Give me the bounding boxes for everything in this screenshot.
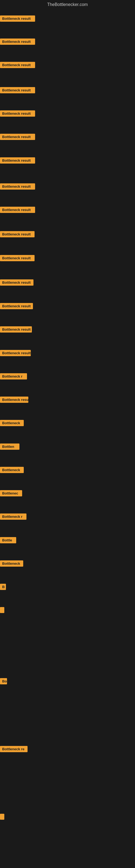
list-item bbox=[0, 814, 4, 821]
list-item: Bottleneck result bbox=[0, 183, 35, 191]
list-item: Bottleneck resu bbox=[0, 397, 28, 404]
list-item: Bo bbox=[0, 678, 7, 685]
list-item: Bottleneck result bbox=[0, 38, 35, 46]
list-item: Bottleneck r bbox=[0, 373, 27, 380]
list-item: Bottleneck bbox=[0, 560, 23, 568]
list-item: Bottleneck result bbox=[0, 350, 31, 357]
list-item: Bottleneck bbox=[0, 420, 24, 427]
list-item: Bottleneck re bbox=[0, 746, 28, 753]
list-item: Bottlen bbox=[0, 443, 19, 451]
site-title: TheBottlenecker.com bbox=[0, 0, 135, 9]
list-item: Bottleneck result bbox=[0, 279, 34, 287]
list-item: Bottleneck result bbox=[0, 255, 35, 262]
list-item: Bottleneck result bbox=[0, 326, 32, 334]
list-item: Bottleneck result bbox=[0, 134, 35, 141]
list-item: Bottleneck result bbox=[0, 303, 33, 310]
list-item: Bottleneck result bbox=[0, 207, 35, 214]
list-item: Bottle bbox=[0, 537, 16, 545]
list-item: Bottleneck bbox=[0, 467, 24, 474]
list-item: Bottleneck result bbox=[0, 111, 35, 118]
list-item: Bottleneck result bbox=[0, 87, 35, 94]
list-item: B bbox=[0, 584, 6, 591]
list-item: Bottleneck result bbox=[0, 16, 35, 23]
list-item: Bottleneck result bbox=[0, 231, 35, 239]
list-item: Bottleneck result bbox=[0, 157, 35, 165]
list-item: Bottlenec bbox=[0, 490, 22, 497]
list-item bbox=[0, 607, 4, 614]
list-item: Bottleneck r bbox=[0, 514, 27, 521]
list-item: Bottleneck result bbox=[0, 62, 35, 69]
